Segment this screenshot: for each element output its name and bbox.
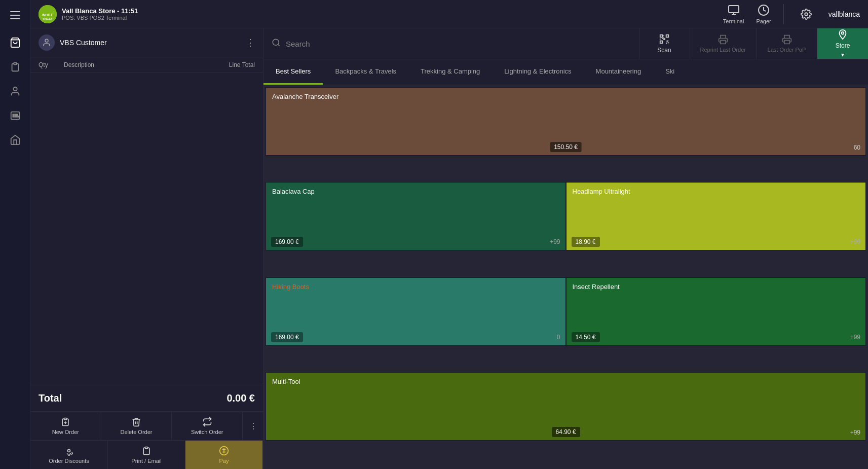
tab-mountaineering[interactable]: Mountaineering [584, 59, 654, 85]
svg-point-19 [68, 450, 70, 452]
order-items [30, 73, 263, 385]
product-headlamp-ultralight[interactable]: Headlamp Ultralight 18.90 € +99 [566, 182, 866, 250]
terminal-button[interactable]: Terminal [723, 4, 744, 24]
product-price: 64.90 € [551, 427, 580, 437]
product-avalanche-transceiver[interactable]: Avalanche Transceiver 150.50 € 60 [266, 87, 866, 156]
hamburger-menu[interactable] [6, 6, 24, 24]
total-label: Total [39, 392, 62, 404]
search-scan-bar: Scan Reprint Last Order Last Order PoP [263, 28, 868, 59]
customer-icon [39, 34, 55, 51]
nav-orders-icon[interactable] [5, 57, 25, 77]
product-balaclava-cap[interactable]: Balaclava Cap 169.00 € +99 [266, 182, 566, 250]
svg-rect-9 [16, 116, 18, 117]
product-qty: 60 [854, 144, 860, 151]
svg-point-28 [842, 32, 844, 34]
nav-cart-icon[interactable] [5, 32, 25, 53]
product-name: Headlamp Ultralight [567, 183, 866, 200]
reprint-label: Reprint Last Order [700, 47, 746, 53]
svg-rect-1 [14, 63, 17, 65]
product-grid: Avalanche Transceiver 150.50 € 60 Balacl… [263, 85, 868, 469]
switch-order-button[interactable]: Switch Order [172, 412, 243, 440]
product-name: Insect Repellent [567, 278, 866, 296]
svg-rect-13 [729, 6, 739, 13]
order-headers: Qty Description Line Total [30, 57, 263, 73]
settings-button[interactable] [796, 4, 816, 24]
category-tabs: Best Sellers Backpacks & Travels Trekkin… [263, 59, 868, 85]
product-multi-tool[interactable]: Multi-Tool 64.90 € +99 [266, 372, 866, 441]
scan-label: Scan [657, 47, 671, 54]
new-order-button[interactable]: New Order [30, 412, 101, 440]
tab-ski[interactable]: Ski [653, 59, 687, 85]
product-qty: +99 [550, 238, 560, 245]
svg-point-2 [13, 87, 17, 91]
svg-rect-5 [15, 114, 16, 115]
nav-store-icon[interactable] [5, 130, 25, 150]
last-order-button[interactable]: Last Order PoP [757, 28, 817, 59]
product-hiking-boots[interactable]: Hiking Boots 169.00 € 0 [266, 277, 566, 346]
logo: WHITE VALLEY [39, 5, 57, 23]
product-insect-repellent[interactable]: Insect Repellent 14.50 € +99 [566, 277, 866, 346]
svg-point-14 [805, 13, 808, 16]
product-name: Balaclava Cap [266, 183, 565, 200]
nav-sidebar [0, 0, 30, 469]
product-qty: +99 [850, 429, 860, 436]
last-order-label: Last Order PoP [768, 47, 806, 53]
product-price: 169.00 € [271, 237, 303, 247]
user-name: vallblanca [828, 10, 860, 18]
search-icon [272, 38, 281, 50]
col-total-header: Line Total [229, 61, 255, 68]
col-desc-header: Description [64, 61, 229, 68]
svg-point-15 [45, 39, 48, 42]
product-name: Multi-Tool [266, 373, 865, 390]
svg-text:WHITE: WHITE [42, 13, 54, 17]
store-info: Vall Blanca Store - 11:51 POS: VBS POS2 … [62, 7, 138, 21]
svg-rect-7 [13, 116, 14, 117]
more-actions-button[interactable]: ⋮ [243, 412, 263, 440]
order-panel: VBS Customer ⋮ Qty Description Line Tota… [30, 28, 263, 469]
logo-area: WHITE VALLEY Vall Blanca Store - 11:51 P… [39, 5, 140, 23]
header-divider [783, 4, 784, 24]
nav-pos-icon[interactable] [5, 105, 25, 126]
svg-rect-16 [64, 418, 67, 420]
product-qty: 0 [557, 334, 560, 341]
customer-more-button[interactable]: ⋮ [246, 37, 255, 48]
store-label: Store [836, 42, 850, 49]
total-amount: 0.00 € [227, 392, 255, 404]
top-header: WHITE VALLEY Vall Blanca Store - 11:51 P… [30, 0, 868, 28]
product-qty: +99 [850, 334, 860, 341]
svg-rect-24 [666, 35, 669, 38]
order-discounts-button[interactable]: Order Discounts [30, 441, 108, 469]
delete-order-button[interactable]: Delete Order [101, 412, 172, 440]
search-box [263, 28, 639, 59]
search-input[interactable] [286, 28, 631, 59]
svg-rect-4 [13, 114, 14, 115]
scan-button[interactable]: Scan [639, 28, 690, 59]
svg-rect-20 [145, 447, 148, 449]
tab-backpacks-travels[interactable]: Backpacks & Travels [323, 59, 408, 85]
customer-bar: VBS Customer ⋮ [30, 28, 263, 57]
tab-best-sellers[interactable]: Best Sellers [263, 59, 323, 85]
svg-rect-27 [784, 41, 789, 44]
product-price: 169.00 € [271, 332, 303, 342]
store-button[interactable]: Store ▾ [817, 28, 868, 59]
store-chevron: ▾ [841, 51, 844, 58]
customer-name: VBS Customer [60, 39, 241, 47]
reprint-button[interactable]: Reprint Last Order [690, 28, 757, 59]
svg-rect-6 [16, 114, 17, 115]
nav-customers-icon[interactable] [5, 81, 25, 101]
store-name: Vall Blanca Store - 11:51 [62, 7, 138, 15]
product-qty: +99 [850, 238, 860, 245]
pager-button[interactable]: Pager [756, 4, 771, 24]
pay-button[interactable]: Pay [185, 441, 263, 469]
main-wrapper: WHITE VALLEY Vall Blanca Store - 11:51 P… [30, 0, 868, 469]
svg-text:VALLEY: VALLEY [43, 17, 53, 20]
product-price: 14.50 € [572, 332, 600, 342]
pos-info: POS: VBS POS2 Terminal [62, 15, 138, 21]
print-email-button[interactable]: Print / Email [108, 441, 185, 469]
tab-lightning-electronics[interactable]: Lightning & Electronics [492, 59, 583, 85]
order-total-bar: Total 0.00 € [30, 385, 263, 411]
action-buttons-row1: New Order Delete Order Switch Order [30, 411, 263, 440]
product-price: 150.50 € [550, 142, 582, 152]
tab-trekking-camping[interactable]: Trekking & Camping [408, 59, 492, 85]
content-area: VBS Customer ⋮ Qty Description Line Tota… [30, 28, 868, 469]
